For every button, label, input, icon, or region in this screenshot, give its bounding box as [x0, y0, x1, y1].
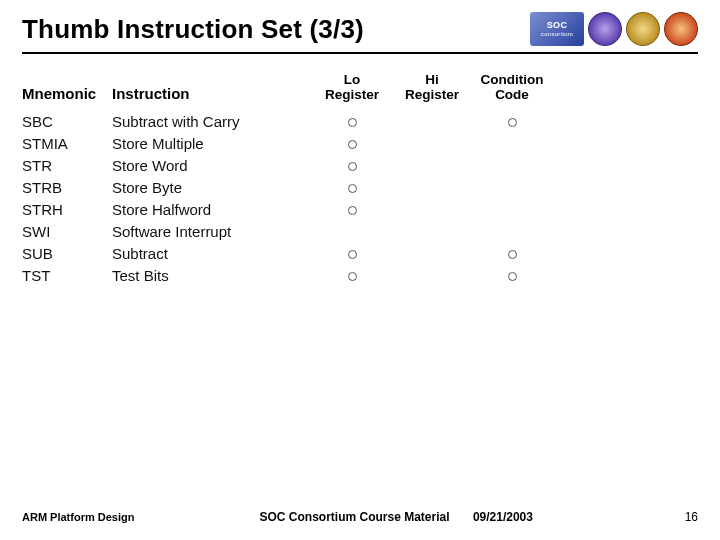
circle-icon [508, 272, 517, 281]
cell-hi [392, 198, 472, 220]
cell-cc [472, 132, 552, 154]
col-mnemonic: Mnemonic [22, 72, 112, 110]
cell-cc [472, 220, 552, 242]
cell-instruction: Test Bits [112, 264, 312, 286]
cell-hi [392, 220, 472, 242]
cell-lo [312, 264, 392, 286]
table-body: SBCSubtract with CarrySTMIAStore Multipl… [22, 110, 698, 286]
cell-instruction: Subtract [112, 242, 312, 264]
table-row: SWISoftware Interrupt [22, 220, 698, 242]
instruction-table: Mnemonic Instruction LoRegister HiRegist… [22, 72, 698, 286]
cell-instruction: Subtract with Carry [112, 110, 312, 132]
cell-lo [312, 220, 392, 242]
header: Thumb Instruction Set (3/3) SOCconsortiu… [22, 12, 698, 46]
cell-instruction: Store Word [112, 154, 312, 176]
cell-instruction: Software Interrupt [112, 220, 312, 242]
cell-lo [312, 154, 392, 176]
cell-mnemonic: SWI [22, 220, 112, 242]
circle-icon [508, 118, 517, 127]
page-number: 16 [658, 510, 698, 524]
cell-mnemonic: SBC [22, 110, 112, 132]
page-title: Thumb Instruction Set (3/3) [22, 14, 364, 45]
logo-row: SOCconsortium [530, 12, 698, 46]
circle-icon [508, 250, 517, 259]
cell-instruction: Store Multiple [112, 132, 312, 154]
table-row: STRBStore Byte [22, 176, 698, 198]
table-row: STRStore Word [22, 154, 698, 176]
footer-left: ARM Platform Design [22, 511, 134, 523]
col-lo-register: LoRegister [312, 72, 392, 110]
cell-lo [312, 110, 392, 132]
table-row: STRHStore Halfword [22, 198, 698, 220]
cell-lo [312, 132, 392, 154]
col-condition-code: ConditionCode [472, 72, 552, 110]
table-row: TSTTest Bits [22, 264, 698, 286]
cell-mnemonic: STR [22, 154, 112, 176]
cell-cc [472, 110, 552, 132]
cell-lo [312, 176, 392, 198]
cell-instruction: Store Halfword [112, 198, 312, 220]
cell-lo [312, 242, 392, 264]
cell-hi [392, 176, 472, 198]
cell-cc [472, 264, 552, 286]
circle-icon [348, 184, 357, 193]
cell-mnemonic: TST [22, 264, 112, 286]
circle-icon [348, 250, 357, 259]
cell-cc [472, 242, 552, 264]
cell-mnemonic: STMIA [22, 132, 112, 154]
col-hi-register: HiRegister [392, 72, 472, 110]
cell-mnemonic: SUB [22, 242, 112, 264]
circle-icon [348, 272, 357, 281]
cell-mnemonic: STRH [22, 198, 112, 220]
cell-cc [472, 154, 552, 176]
cell-cc [472, 198, 552, 220]
divider [22, 52, 698, 54]
cell-hi [392, 264, 472, 286]
cell-cc [472, 176, 552, 198]
seal-icon [588, 12, 622, 46]
cell-lo [312, 198, 392, 220]
circle-icon [348, 140, 357, 149]
cell-mnemonic: STRB [22, 176, 112, 198]
cell-hi [392, 154, 472, 176]
cell-hi [392, 132, 472, 154]
circle-icon [348, 162, 357, 171]
slide: Thumb Instruction Set (3/3) SOCconsortiu… [0, 0, 720, 540]
cell-instruction: Store Byte [112, 176, 312, 198]
cell-hi [392, 242, 472, 264]
circle-icon [348, 206, 357, 215]
seal-icon [664, 12, 698, 46]
footer-middle: SOC Consortium Course Material 09/21/200… [134, 510, 658, 524]
table-row: STMIAStore Multiple [22, 132, 698, 154]
table-header-row: Mnemonic Instruction LoRegister HiRegist… [22, 72, 698, 110]
footer: ARM Platform Design SOC Consortium Cours… [0, 510, 720, 524]
col-instruction: Instruction [112, 72, 312, 110]
table-row: SUBSubtract [22, 242, 698, 264]
table-row: SBCSubtract with Carry [22, 110, 698, 132]
cell-hi [392, 110, 472, 132]
soc-consortium-logo: SOCconsortium [530, 12, 584, 46]
circle-icon [348, 118, 357, 127]
seal-icon [626, 12, 660, 46]
